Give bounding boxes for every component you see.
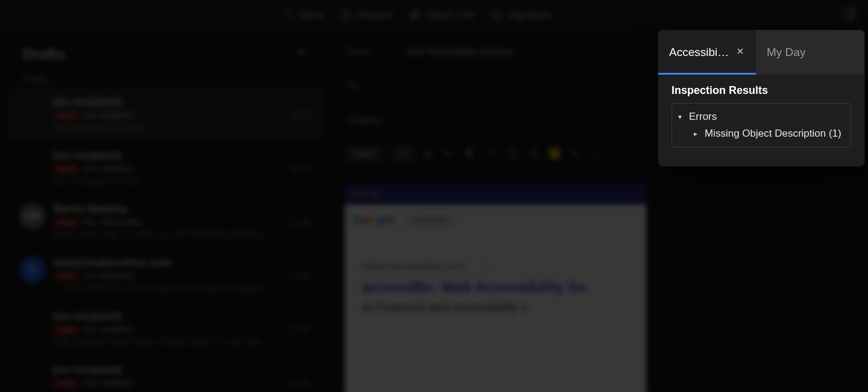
- search-term: accessibe: [403, 212, 458, 228]
- preview: — Yoni Yampolsky Marketing Partnerships …: [53, 282, 310, 293]
- discard-label: Discard: [357, 9, 392, 21]
- trash-icon: [340, 9, 352, 21]
- result-url: https://accessibe.com: [362, 260, 466, 273]
- send-button[interactable]: Send: [283, 9, 324, 21]
- avatar: MM: [19, 203, 46, 229]
- more-icon: ⋮: [480, 260, 491, 273]
- time: 11:56: [289, 378, 310, 388]
- close-icon[interactable]: [735, 46, 745, 59]
- mail-item[interactable]: (no recipient) Draft(no subject)16:48 (n…: [8, 87, 321, 141]
- svg-rect-0: [844, 9, 855, 19]
- avatar: [19, 310, 46, 337]
- chevron-down-icon: ▾: [678, 113, 685, 121]
- draft-badge: Draft: [53, 272, 80, 281]
- time: 16:48: [289, 110, 310, 120]
- panel-toggle-button[interactable]: [843, 7, 856, 23]
- time: 11:56: [289, 217, 310, 227]
- errors-label: Errors: [689, 111, 717, 123]
- recipient: Mariia Malkina: [53, 203, 127, 216]
- font-size-select[interactable]: 11: [392, 145, 416, 162]
- tab-accessibility[interactable]: Accessibil…: [658, 30, 756, 75]
- discard-button[interactable]: Discard: [340, 9, 392, 21]
- subject: Re: Reminder: [83, 217, 143, 227]
- recipient: nate@makenotion.com: [53, 257, 172, 269]
- inspection-results-heading: Inspection Results: [671, 84, 851, 97]
- from-label: From:: [347, 46, 395, 58]
- date-group-label: Today: [8, 70, 321, 87]
- tab-my-day[interactable]: My Day: [756, 30, 816, 75]
- preview: (no message preview): [53, 122, 310, 132]
- recipient: (no recipient): [53, 96, 122, 108]
- avatar: N: [19, 257, 46, 283]
- recipient: (no recipient): [53, 149, 122, 162]
- folder-title: Drafts: [23, 46, 64, 63]
- recipient: (no recipient): [53, 364, 122, 376]
- preview: Hi On Wed, Sep 14, 2022 at 2:18 PM Marii…: [53, 229, 310, 239]
- time: 11:56: [289, 271, 310, 281]
- compose-toolbar: Send Discard Attach File Signature …: [0, 0, 868, 30]
- filter-icon[interactable]: [296, 48, 307, 61]
- draft-badge: Draft: [53, 111, 80, 120]
- underline-button[interactable]: U: [506, 147, 519, 160]
- window-dot-icon: [371, 191, 377, 198]
- avatar: [19, 364, 46, 390]
- signature-label: Signature: [508, 9, 552, 21]
- send-icon: [283, 9, 295, 21]
- result-desc: AI-Powered web accessibility s: [362, 300, 629, 314]
- mail-item[interactable]: (no recipient) Draft(no subject)16:44 (n…: [8, 141, 321, 194]
- bold-button[interactable]: B: [462, 147, 476, 160]
- result-title: accessiBe: Web Accessibility So: [362, 279, 629, 296]
- preview: (no message preview): [53, 175, 310, 185]
- to-label: To:: [347, 80, 395, 92]
- preview: Slab Clickup Hibob Notion Figma Slack — …: [53, 336, 310, 346]
- window-dot-icon: [352, 191, 358, 198]
- error-item[interactable]: ▸ Missing Object Description (1): [678, 125, 844, 142]
- strikethrough-button[interactable]: S: [527, 147, 541, 160]
- mail-item[interactable]: (no recipient) Draft(no subject)11:56: [8, 355, 321, 392]
- tab-label: Accessibil…: [669, 46, 729, 59]
- draft-badge: Draft: [53, 164, 80, 174]
- avatar: [19, 96, 46, 122]
- chevron-down-icon[interactable]: ▾: [568, 147, 582, 160]
- window-dot-icon: [362, 191, 368, 198]
- paperclip-icon: [409, 9, 421, 21]
- accessibility-panel: Accessibil… My Day Inspection Results ▾ …: [658, 30, 864, 166]
- recipient: (no recipient): [53, 310, 122, 323]
- mail-item[interactable]: N nate@makenotion.com Draft(no subject)1…: [8, 248, 321, 302]
- highlight-button[interactable]: [549, 148, 560, 159]
- message-body-image[interactable]: Google accessibe https://accessibe.com⋮ …: [345, 184, 646, 392]
- tab-label: My Day: [767, 46, 805, 59]
- panel-tab-strip: Accessibil… My Day: [658, 30, 864, 75]
- subject: (no subject): [83, 110, 134, 120]
- subject: (no subject): [83, 378, 134, 388]
- mail-item[interactable]: MM Mariia Malkina DraftRe: Reminder11:56…: [8, 194, 321, 248]
- chevron-right-icon: ▸: [694, 129, 701, 138]
- subject: (no subject): [83, 163, 134, 173]
- message-list-sidebar: Drafts Today (no recipient) Draft(no sub…: [8, 35, 322, 392]
- send-label: Send: [300, 9, 324, 21]
- pen-icon: [491, 9, 503, 21]
- time: 11:56: [289, 325, 310, 334]
- error-item-label: Missing Object Description (1): [705, 128, 841, 140]
- google-logo: Google: [353, 213, 395, 227]
- subject: (no subject): [83, 270, 134, 281]
- mail-item[interactable]: (no recipient) Draft(no subject)11:56 Sl…: [8, 302, 321, 355]
- subject: (no subject): [83, 324, 134, 334]
- toolbar-more-button[interactable]: …: [573, 8, 585, 22]
- font-color-button[interactable]: A: [424, 148, 432, 160]
- attach-label: Attach File: [426, 9, 474, 21]
- subject-label: Subject:: [347, 114, 395, 126]
- errors-group[interactable]: ▾ Errors: [678, 108, 844, 125]
- error-tree: ▾ Errors ▸ Missing Object Description (1…: [671, 103, 851, 148]
- time: 16:44: [289, 164, 310, 173]
- avatar: [19, 149, 46, 176]
- more-format-button[interactable]: …: [590, 147, 603, 160]
- font-family-select[interactable]: Calibri: [345, 145, 383, 162]
- chevron-down-icon[interactable]: ▾: [441, 147, 454, 160]
- draft-badge: Draft: [53, 379, 80, 388]
- italic-button[interactable]: I: [484, 147, 497, 160]
- draft-badge: Draft: [53, 218, 80, 228]
- attach-file-button[interactable]: Attach File: [409, 9, 474, 21]
- signature-button[interactable]: Signature: [491, 9, 552, 21]
- draft-badge: Draft: [53, 325, 80, 335]
